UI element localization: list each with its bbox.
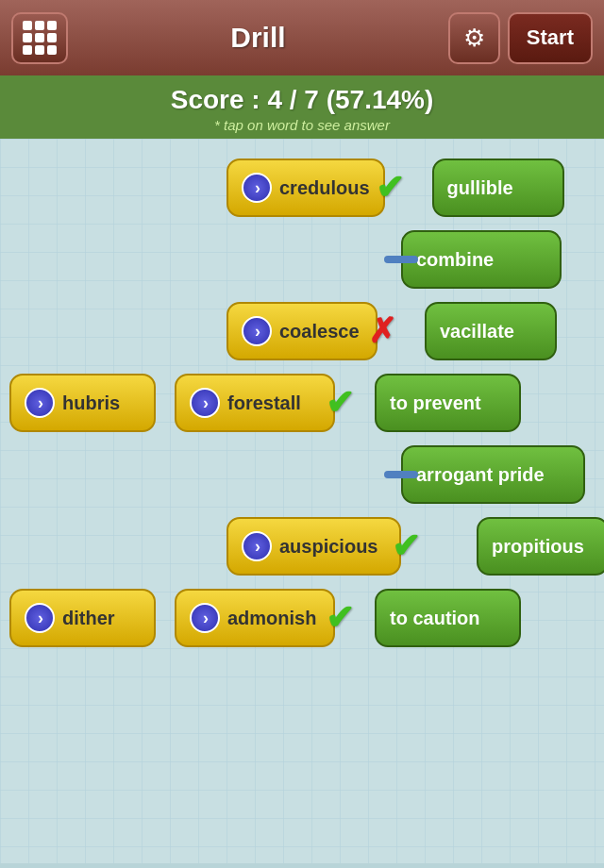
grid-button[interactable] <box>11 12 68 64</box>
word-row-5: arrogant pride <box>0 442 604 507</box>
word-card-arrogant-pride[interactable]: arrogant pride <box>401 445 585 504</box>
word-card-dither[interactable]: › dither <box>9 589 156 647</box>
word-label: credulous <box>279 177 370 199</box>
header-actions: ⚙ Start <box>448 12 593 64</box>
word-label: to caution <box>390 608 480 629</box>
cross-icon: ✗ <box>368 311 396 351</box>
score-bar: Score : 4 / 7 (57.14%) * tap on word to … <box>0 75 604 139</box>
word-card-auspicious[interactable]: › auspicious ✔ <box>226 517 401 576</box>
word-card-vacillate[interactable]: vacillate <box>425 302 557 360</box>
word-label: combine <box>416 249 494 271</box>
word-label: coalesce <box>279 321 360 342</box>
start-button[interactable]: Start <box>508 12 593 64</box>
check-icon: ✔ <box>392 526 420 566</box>
chevron-icon: › <box>242 531 272 561</box>
word-row-1: › credulous ✔ gullible <box>0 156 604 220</box>
check-icon: ✔ <box>326 598 354 638</box>
word-card-coalesce[interactable]: › coalesce ✗ <box>226 302 378 360</box>
word-card-hubris[interactable]: › hubris <box>9 374 156 432</box>
chevron-icon: › <box>190 603 220 633</box>
word-label: propitious <box>492 536 584 558</box>
dash-icon <box>384 256 418 263</box>
word-card-combine[interactable]: combine <box>401 230 562 289</box>
tap-hint: * tap on word to see answer <box>0 117 604 133</box>
chevron-icon: › <box>25 603 55 633</box>
word-card-forestall[interactable]: › forestall ✔ <box>175 374 335 432</box>
word-card-admonish[interactable]: › admonish ✔ <box>175 589 335 647</box>
settings-button[interactable]: ⚙ <box>448 12 500 64</box>
dash-icon <box>384 471 418 478</box>
word-label: vacillate <box>440 321 514 342</box>
word-label: hubris <box>62 392 120 414</box>
word-card-to-caution[interactable]: to caution <box>375 589 521 647</box>
chevron-icon: › <box>242 316 272 346</box>
word-label: gullible <box>447 177 513 199</box>
main-content: › credulous ✔ gullible combine › coalesc… <box>0 139 604 863</box>
word-label: admonish <box>227 608 316 629</box>
word-label: forestall <box>227 392 301 414</box>
word-label: to prevent <box>390 392 481 414</box>
chevron-icon: › <box>242 173 272 203</box>
word-card-credulous[interactable]: › credulous ✔ <box>226 159 385 217</box>
check-icon: ✔ <box>376 168 404 208</box>
grid-icon <box>23 21 57 55</box>
score-text: Score : 4 / 7 (57.14%) <box>0 85 604 115</box>
chevron-icon: › <box>190 388 220 418</box>
word-card-propitious[interactable]: propitious <box>477 517 604 576</box>
word-row-4: › hubris › forestall ✔ to prevent <box>0 371 604 435</box>
word-card-to-prevent[interactable]: to prevent <box>375 374 521 432</box>
word-label: auspicious <box>279 536 378 558</box>
chevron-icon: › <box>25 388 55 418</box>
word-row-7: › dither › admonish ✔ to caution <box>0 586 604 650</box>
word-row-6: › auspicious ✔ propitious <box>0 514 604 578</box>
word-card-gullible[interactable]: gullible <box>432 159 564 217</box>
check-icon: ✔ <box>326 383 354 423</box>
word-label: arrogant pride <box>416 464 545 486</box>
word-label: dither <box>62 608 115 629</box>
header: Drill ⚙ Start <box>0 0 604 75</box>
word-row-2: combine <box>0 227 604 292</box>
page-title: Drill <box>230 22 285 54</box>
word-row-3: › coalesce ✗ vacillate <box>0 299 604 363</box>
